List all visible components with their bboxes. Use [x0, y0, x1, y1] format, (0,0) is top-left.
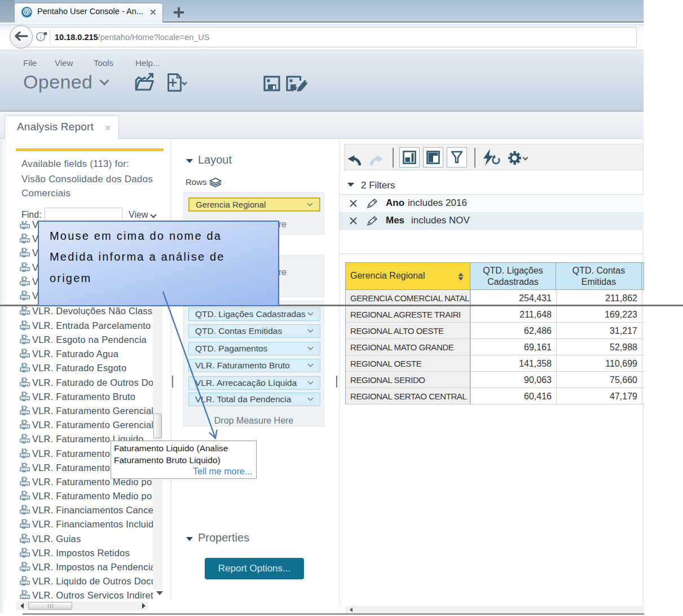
svg-text:i: i	[39, 33, 41, 40]
